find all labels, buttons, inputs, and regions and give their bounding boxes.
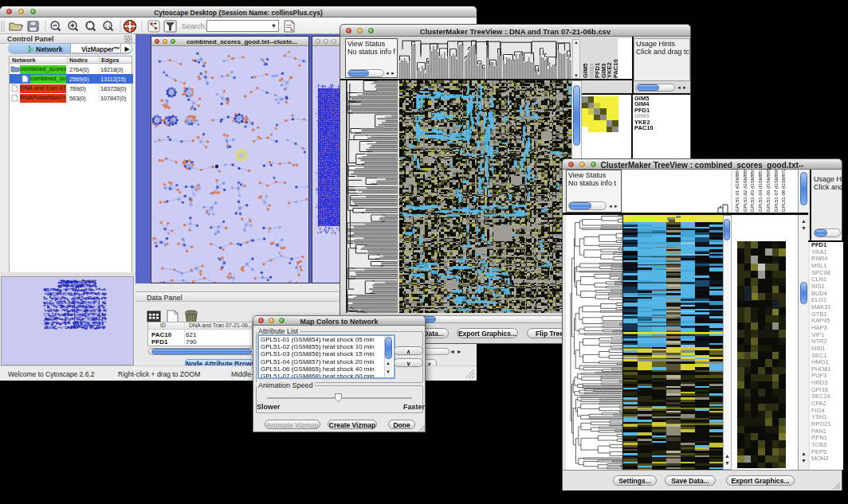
svg-text:GPL51-03 (GSM856): GPL51-03 (GSM856): [750, 170, 755, 212]
svg-text:GPL51-04 (GSM857): GPL51-04 (GSM857): [758, 170, 763, 212]
svg-text:PAC10: PAC10: [612, 59, 618, 78]
svg-text:GPL51-01 (GSM854): GPL51-01 (GSM854): [735, 170, 740, 212]
svg-text:GPL51-06 (GSM865): GPL51-06 (GSM865): [766, 170, 771, 212]
svg-text:GPL51-08 (GSM872): GPL51-08 (GSM872): [781, 170, 786, 212]
svg-text:GPL51-02 (GSM855): GPL51-02 (GSM855): [743, 170, 748, 212]
svg-text:GPL51-07 (GSM868): GPL51-07 (GSM868): [774, 170, 779, 212]
svg-text:1:1: 1:1: [104, 24, 111, 29]
